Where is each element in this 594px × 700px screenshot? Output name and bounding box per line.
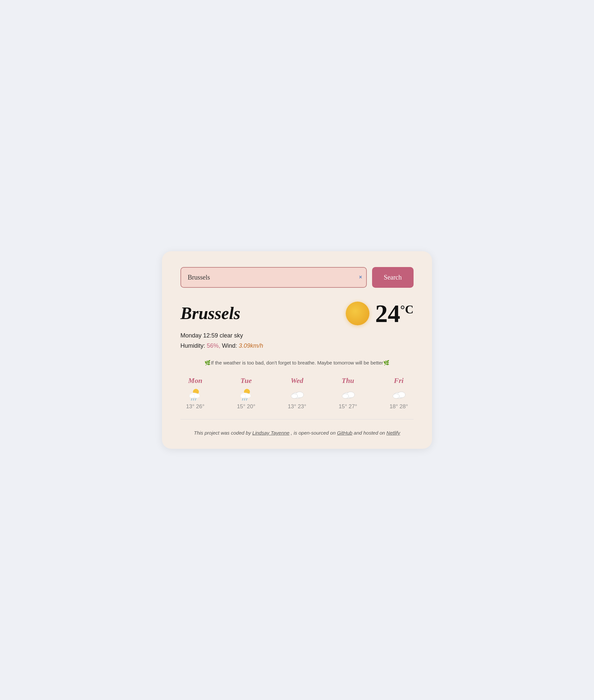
sun-icon <box>346 302 369 325</box>
forecast-day-wed: Wed 13° 23° <box>282 376 312 410</box>
svg-line-11 <box>242 398 243 400</box>
forecast-temps-thu: 15° 27° <box>338 403 357 410</box>
forecast-temps-fri: 18° 28° <box>390 403 408 410</box>
forecast-day-tue: Tue 15° 20° <box>231 376 261 410</box>
city-name: Brussels <box>180 304 240 323</box>
humidity-wind-text: Humidity: 56%, Wind: 3.09km/h <box>180 341 414 351</box>
date-time-text: Monday 12:59 clear sky <box>180 331 414 341</box>
temp-icon-group: 24°C <box>346 301 414 326</box>
footer: This project was coded by Lindsay Tayenn… <box>180 430 414 436</box>
svg-line-13 <box>246 398 247 400</box>
forecast-temps-wed: 13° 23° <box>288 403 306 410</box>
author-link[interactable]: Lindsay Tayenne <box>252 430 290 436</box>
forecast-temps-tue: 15° 20° <box>237 403 255 410</box>
search-row: × Search <box>180 267 414 288</box>
clear-button[interactable]: × <box>359 274 362 280</box>
forecast-icon-wed <box>289 388 305 401</box>
forecast-day-name-fri: Fri <box>394 376 403 385</box>
search-button[interactable]: Search <box>372 267 414 288</box>
city-temp-row: Brussels 24°C <box>180 301 414 326</box>
forecast-day-name-tue: Tue <box>240 376 252 385</box>
search-input-wrapper: × <box>180 267 367 288</box>
netlify-link[interactable]: Netlify <box>387 430 400 436</box>
forecast-day-fri: Fri 18° 28° <box>384 376 414 410</box>
forecast-day-name-thu: Thu <box>342 376 354 385</box>
svg-line-5 <box>193 398 194 400</box>
motivational-message: 🌿If the weather is too bad, don't forget… <box>180 360 414 366</box>
forecast-icon-tue <box>238 388 255 401</box>
forecast-temps-mon: 13° 26° <box>186 403 204 410</box>
svg-point-3 <box>189 394 195 398</box>
search-input[interactable] <box>180 267 367 288</box>
forecast-day-name-wed: Wed <box>291 376 304 385</box>
weather-app: × Search Brussels 24°C Monday 12:59 clea… <box>162 251 432 449</box>
forecast-row: Mon 13° 26° <box>180 376 414 420</box>
forecast-icon-fri <box>390 388 407 401</box>
svg-point-10 <box>240 394 245 398</box>
weather-details: Monday 12:59 clear sky Humidity: 56%, Wi… <box>180 331 414 351</box>
forecast-icon-mon <box>187 388 204 401</box>
temperature-display: 24°C <box>375 301 414 326</box>
github-link[interactable]: GitHub <box>337 430 352 436</box>
forecast-day-mon: Mon 13° 26° <box>180 376 210 410</box>
svg-line-4 <box>191 398 192 400</box>
svg-point-22 <box>393 394 399 398</box>
svg-point-16 <box>291 394 298 398</box>
svg-point-19 <box>342 394 349 398</box>
forecast-icon-thu <box>339 388 357 401</box>
svg-line-6 <box>195 398 196 400</box>
svg-line-12 <box>244 398 245 400</box>
forecast-day-name-mon: Mon <box>188 376 202 385</box>
forecast-day-thu: Thu 15° 27° <box>333 376 363 410</box>
